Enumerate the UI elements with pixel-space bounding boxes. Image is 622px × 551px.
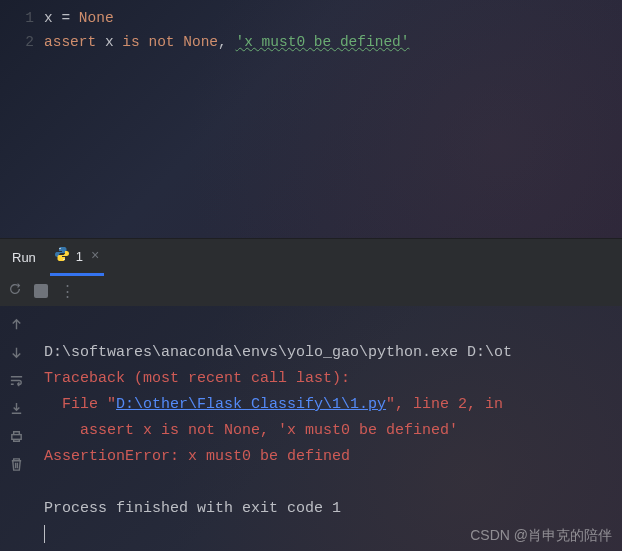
more-actions-button[interactable]: ⋮	[60, 283, 77, 300]
print-icon[interactable]	[8, 428, 24, 444]
console-assert-line: assert x is not None, 'x must0 be define…	[44, 422, 458, 439]
run-panel-header: Run 1 ×	[0, 238, 622, 276]
code-line: x = None	[44, 6, 622, 30]
line-number: 2	[0, 30, 44, 54]
console-error-line: AssertionError: x must0 be defined	[44, 448, 350, 465]
line-number: 1	[0, 6, 44, 30]
console-file-link[interactable]: D:\other\Flask_Classify\1\1.py	[116, 396, 386, 413]
rerun-button[interactable]	[8, 282, 22, 300]
run-tab[interactable]: 1 ×	[50, 239, 104, 276]
run-toolbar: ⋮	[0, 276, 622, 306]
console-file-suffix: ", line 2, in	[386, 396, 512, 413]
line-gutter: 1 2	[0, 0, 44, 238]
tab-label: 1	[76, 249, 83, 264]
watermark: CSDN @肖申克的陪伴	[470, 527, 612, 545]
close-tab-icon[interactable]: ×	[91, 248, 99, 264]
python-file-icon	[54, 246, 70, 266]
cursor	[44, 525, 45, 543]
console-traceback: Traceback (most recent call last):	[44, 370, 350, 387]
code-editor[interactable]: 1 2 x = None assert x is not None, 'x mu…	[0, 0, 622, 238]
scroll-up-icon[interactable]	[8, 316, 24, 332]
scroll-down-icon[interactable]	[8, 344, 24, 360]
console-exit-line: Process finished with exit code 1	[44, 500, 341, 517]
trash-icon[interactable]	[8, 456, 24, 472]
svg-point-1	[63, 259, 64, 260]
svg-point-0	[59, 248, 60, 249]
console-panel: D:\softwares\anaconda\envs\yolo_gao\pyth…	[0, 306, 622, 551]
console-output[interactable]: D:\softwares\anaconda\envs\yolo_gao\pyth…	[32, 306, 622, 551]
soft-wrap-icon[interactable]	[8, 372, 24, 388]
svg-rect-2	[11, 434, 20, 439]
console-line: D:\softwares\anaconda\envs\yolo_gao\pyth…	[44, 344, 512, 361]
code-line: assert x is not None, 'x must0 be define…	[44, 30, 622, 54]
stop-button[interactable]	[34, 284, 48, 298]
console-side-toolbar	[0, 306, 32, 551]
scroll-to-end-icon[interactable]	[8, 400, 24, 416]
code-area[interactable]: x = None assert x is not None, 'x must0 …	[44, 0, 622, 238]
console-file-prefix: File "	[44, 396, 116, 413]
panel-title[interactable]: Run	[12, 250, 36, 265]
